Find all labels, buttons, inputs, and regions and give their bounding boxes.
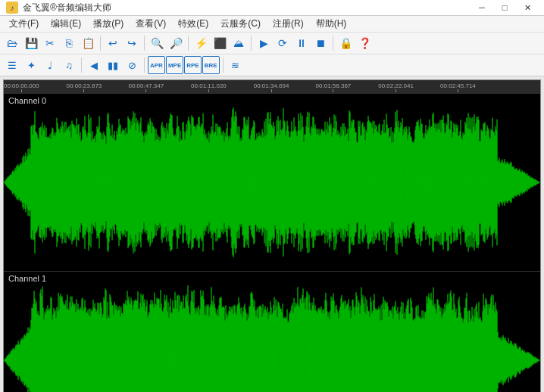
ruler-tick (271, 89, 272, 92)
menu-item-effects[interactable]: 特效(E) (172, 16, 214, 32)
toolbar1-btn-play[interactable]: ▶ (255, 34, 273, 52)
close-button[interactable]: ✕ (517, 0, 538, 15)
toolbar1-btn-zoom-out[interactable]: 🔎 (167, 34, 185, 52)
ruler-tick (458, 89, 458, 92)
ruler-label: 00:00:23.673 (67, 82, 102, 89)
toolbar1-separator (251, 36, 252, 51)
ruler-tick (333, 89, 333, 92)
menu-item-view[interactable]: 查看(V) (130, 16, 172, 32)
toolbar1-btn-fx[interactable]: ⚡ (192, 34, 210, 52)
ruler-tick (208, 89, 209, 92)
toolbar2-btn-back[interactable]: ◀ (85, 56, 103, 74)
window-title: 金飞翼®音频编辑大师 (23, 2, 471, 14)
toolbar2-separator (144, 58, 145, 73)
ruler-tick (21, 89, 22, 92)
ruler-label: 00:02:45.714 (440, 82, 476, 89)
toolbar1-btn-cut[interactable]: ✂ (41, 34, 59, 52)
toolbar2-separator (81, 58, 82, 73)
ruler-mark: 00:00:47.347 (129, 82, 164, 92)
maximize-button[interactable]: □ (494, 0, 515, 15)
toolbar2-btn-notes[interactable]: ♫ (60, 56, 78, 74)
toolbar1-separator (144, 36, 145, 51)
main-content: 00:00:00.00000:00:23.67300:00:47.34700:0… (0, 76, 544, 392)
menu-bar: 文件(F)编辑(E)播放(P)查看(V)特效(E)云服务(C)注册(R)帮助(H… (0, 16, 544, 33)
menu-item-help[interactable]: 帮助(H) (310, 16, 353, 32)
ruler-label: 00:02:22.041 (378, 82, 414, 89)
window-controls: ─ □ ✕ (471, 0, 538, 15)
toolbar2-btn-apr[interactable]: APR (148, 56, 165, 74)
toolbar2-btn-note[interactable]: ♩ (41, 56, 59, 74)
toolbar1-btn-undo[interactable]: ↩ (104, 34, 122, 52)
toolbar2-btn-wave[interactable]: ≋ (227, 56, 245, 74)
waveform-container: 00:00:00.00000:00:23.67300:00:47.34700:0… (3, 79, 541, 392)
menu-item-edit[interactable]: 编辑(E) (45, 16, 87, 32)
ruler-mark: 00:01:11.020 (191, 82, 227, 92)
toolbar2-btn-circle-slash[interactable]: ⊘ (123, 56, 141, 74)
toolbar2-btn-list[interactable]: ☰ (3, 56, 21, 74)
ruler-mark: 00:01:34.694 (254, 82, 289, 92)
ruler-mark: 00:02:45.714 (440, 82, 476, 92)
toolbar1-btn-lock[interactable]: 🔒 (336, 34, 355, 52)
ruler-label: 00:01:58.367 (316, 82, 352, 89)
toolbar1-btn-paste[interactable]: 📋 (79, 34, 97, 52)
toolbar2-btn-bre[interactable]: BRE (202, 56, 220, 74)
toolbar1-btn-save[interactable]: 💾 (22, 34, 40, 52)
toolbar2-separator (223, 58, 224, 73)
toolbar1-btn-redo[interactable]: ↪ (123, 34, 141, 52)
toolbar1-btn-help[interactable]: ❓ (355, 34, 374, 52)
ruler-label: 00:01:11.020 (191, 82, 227, 89)
channel-0: Channel 0 (4, 94, 540, 272)
toolbar1-btn-open[interactable]: 🗁 (3, 34, 21, 52)
toolbar1-separator (188, 36, 189, 51)
ruler-mark: 00:01:58.367 (316, 82, 352, 92)
ruler-label: 00:00:47.347 (129, 82, 164, 89)
toolbar1-separator (333, 36, 333, 51)
ruler: 00:00:00.00000:00:23.67300:00:47.34700:0… (4, 80, 540, 94)
toolbar1: 🗁💾✂⎘📋↩↪🔍🔎⚡⬛⛰▶⟳⏸⏹🔒❓ (0, 33, 544, 54)
ruler-mark: 00:02:22.041 (378, 82, 414, 92)
menu-item-file[interactable]: 文件(F) (3, 16, 45, 32)
app-icon: ♪ (6, 2, 18, 14)
toolbar1-btn-del-range[interactable]: ⬛ (211, 34, 229, 52)
toolbar2-btn-rpe[interactable]: RPE (184, 56, 201, 74)
menu-item-cloud[interactable]: 云服务(C) (214, 16, 267, 32)
toolbar1-separator (100, 36, 101, 51)
toolbar1-btn-zoom-in[interactable]: 🔍 (148, 34, 166, 52)
ruler-label: 00:00:00.000 (4, 82, 39, 89)
channel-1: Channel 1 (4, 272, 540, 392)
toolbar1-btn-copy[interactable]: ⎘ (60, 34, 78, 52)
channels: Channel 0 Channel 1 (4, 94, 540, 392)
minimize-button[interactable]: ─ (471, 0, 492, 15)
ruler-mark: 00:00:00.000 (4, 82, 39, 92)
toolbar2-btn-star[interactable]: ✦ (22, 56, 40, 74)
toolbar1-btn-stop[interactable]: ⏹ (311, 34, 330, 52)
channel-0-canvas[interactable] (4, 94, 540, 271)
ruler-mark: 00:00:23.673 (67, 82, 102, 92)
toolbar1-btn-loop-play[interactable]: ⟳ (274, 34, 292, 52)
ruler-tick (145, 89, 146, 92)
menu-item-play[interactable]: 播放(P) (87, 16, 130, 32)
ruler-tick (395, 89, 396, 92)
menu-item-register[interactable]: 注册(R) (267, 16, 310, 32)
toolbar1-btn-mount[interactable]: ⛰ (230, 34, 248, 52)
title-bar: ♪ 金飞翼®音频编辑大师 ─ □ ✕ (0, 0, 544, 16)
ruler-tick (83, 89, 84, 92)
toolbar1-btn-pause[interactable]: ⏸ (292, 34, 311, 52)
channel-1-canvas[interactable] (4, 272, 540, 392)
toolbar2: ☰✦♩♫◀▮▮⊘APRMPERPEBRE≋ (0, 54, 544, 76)
toolbar2-btn-mpe[interactable]: MPE (166, 56, 183, 74)
toolbar2-btn-bars[interactable]: ▮▮ (104, 56, 122, 74)
ruler-label: 00:01:34.694 (254, 82, 289, 89)
